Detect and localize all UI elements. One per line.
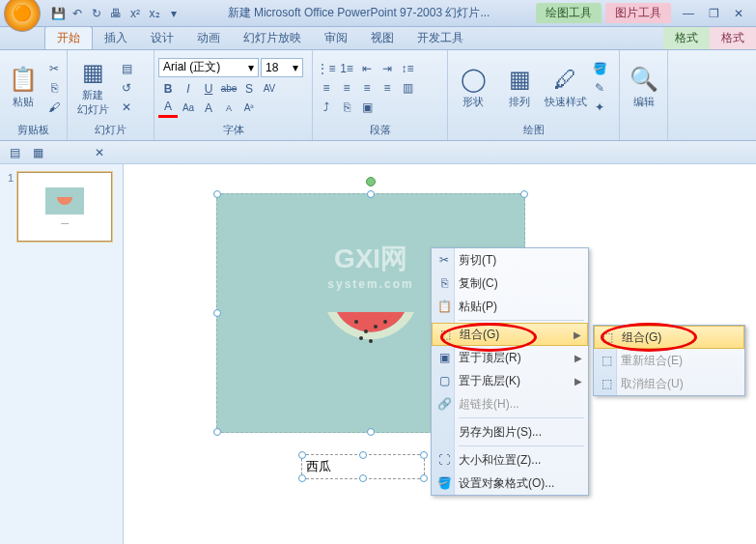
indent-dec-button[interactable]: ⇤ xyxy=(357,59,377,78)
close-icon[interactable]: ✕ xyxy=(727,6,750,21)
shadow-button[interactable]: S xyxy=(239,79,259,99)
slide-thumbnail[interactable]: — xyxy=(17,172,112,242)
slide-thumbnails-panel: 1 — xyxy=(0,164,124,544)
font-size-combo[interactable]: 18▾ xyxy=(261,58,303,77)
context-tab-picture[interactable]: 图片工具 xyxy=(605,3,671,23)
restore-icon[interactable]: ❐ xyxy=(702,6,725,21)
resize-handle[interactable] xyxy=(367,190,375,198)
shrink-font-button[interactable]: A xyxy=(219,99,238,118)
resize-handle[interactable] xyxy=(298,474,306,482)
shape-effects-icon[interactable]: ✦ xyxy=(591,99,608,116)
ctx-formatobj[interactable]: 🪣设置对象格式(O)... xyxy=(432,472,588,495)
resize-handle[interactable] xyxy=(520,190,528,198)
delete-icon[interactable]: ✕ xyxy=(118,99,135,116)
resize-handle[interactable] xyxy=(213,309,221,317)
outline-tab-icon[interactable]: ▤ xyxy=(6,144,23,161)
superscript-icon[interactable]: x² xyxy=(127,6,143,21)
ctx-saveaspic[interactable]: 另存为图片(S)... xyxy=(432,420,588,444)
shapes-button[interactable]: ◯形状 xyxy=(452,54,494,122)
ctx-group[interactable]: ⬚组合(G)▶ xyxy=(432,323,588,346)
underline-button[interactable]: U xyxy=(199,79,218,99)
minimize-icon[interactable]: — xyxy=(677,6,700,21)
align-left-button[interactable]: ≡ xyxy=(317,78,336,98)
strike-button[interactable]: abe xyxy=(219,79,238,99)
ctx-paste[interactable]: 📋粘贴(P) xyxy=(432,295,588,318)
indent-inc-button[interactable]: ⇥ xyxy=(378,59,397,78)
resize-handle[interactable] xyxy=(420,451,428,459)
link-icon: 🔗 xyxy=(435,397,453,411)
arrange-icon: ▦ xyxy=(509,66,531,93)
spacing-button[interactable]: AV xyxy=(260,79,279,99)
resize-handle[interactable] xyxy=(213,190,221,198)
line-spacing-button[interactable]: ↕≡ xyxy=(398,59,417,78)
arrange-button[interactable]: ▦排列 xyxy=(498,54,541,122)
submenu-arrow-icon: ▶ xyxy=(574,376,582,387)
shape-fill-icon[interactable]: 🪣 xyxy=(591,60,608,77)
send-back-icon: ▢ xyxy=(435,374,453,387)
resize-handle[interactable] xyxy=(359,474,367,482)
resize-handle[interactable] xyxy=(213,428,221,436)
editing-button[interactable]: 🔍编辑 xyxy=(624,54,663,122)
ctx-bringfront[interactable]: ▣置于顶层(R)▶ xyxy=(432,346,588,369)
svg-point-0 xyxy=(354,320,358,324)
align-center-button[interactable]: ≡ xyxy=(337,78,356,98)
resize-handle[interactable] xyxy=(420,474,428,482)
cut-icon[interactable]: ✂ xyxy=(45,60,63,77)
tab-insert[interactable]: 插入 xyxy=(93,27,139,49)
paste-button[interactable]: 📋粘贴 xyxy=(4,54,42,122)
columns-button[interactable]: ▥ xyxy=(398,78,417,98)
layout-icon[interactable]: ▤ xyxy=(118,60,135,77)
font-name-combo[interactable]: Arial (正文)▾ xyxy=(158,58,259,77)
slides-tab-icon[interactable]: ▦ xyxy=(29,144,46,161)
tab-developer[interactable]: 开发工具 xyxy=(406,27,475,49)
shapes-icon: ◯ xyxy=(461,66,487,93)
tab-format-picture[interactable]: 格式 xyxy=(710,27,756,49)
resize-handle[interactable] xyxy=(298,451,306,459)
tab-home[interactable]: 开始 xyxy=(44,26,93,49)
shape-outline-icon[interactable]: ✎ xyxy=(591,79,608,97)
new-slide-button[interactable]: ▦新建 幻灯片 xyxy=(71,54,114,122)
grow-font-button[interactable]: A xyxy=(199,99,218,118)
clear-format-button[interactable]: Aᵃ xyxy=(239,99,259,118)
reset-icon[interactable]: ↺ xyxy=(118,79,135,97)
tab-view[interactable]: 视图 xyxy=(359,27,406,49)
ctx-sizepos[interactable]: ⛶大小和位置(Z)... xyxy=(432,448,588,472)
save-icon[interactable]: 💾 xyxy=(50,6,66,21)
context-menu: ✂剪切(T) ⎘复制(C) 📋粘贴(P) ⬚组合(G)▶ ▣置于顶层(R)▶ ▢… xyxy=(431,247,589,496)
smartart-button[interactable]: ▣ xyxy=(357,98,377,117)
text-direction-button[interactable]: ⤴ xyxy=(317,98,336,117)
bold-button[interactable]: B xyxy=(158,79,178,99)
submenu-arrow-icon: ▶ xyxy=(574,353,582,363)
ctx-cut[interactable]: ✂剪切(T) xyxy=(432,248,588,272)
italic-button[interactable]: I xyxy=(179,79,198,99)
align-text-button[interactable]: ⎘ xyxy=(337,98,356,117)
close-pane-icon[interactable]: ✕ xyxy=(91,144,108,161)
textbox[interactable]: 西瓜 xyxy=(301,454,425,479)
ctx-sub-group[interactable]: ⬚组合(G) xyxy=(594,326,744,349)
undo-icon[interactable]: ↶ xyxy=(70,6,85,21)
ctx-copy[interactable]: ⎘复制(C) xyxy=(432,272,588,295)
align-right-button[interactable]: ≡ xyxy=(357,78,377,98)
context-tab-drawing[interactable]: 绘图工具 xyxy=(536,3,602,23)
copy-icon[interactable]: ⎘ xyxy=(45,79,63,97)
print-icon[interactable]: 🖶 xyxy=(108,6,124,21)
format-painter-icon[interactable]: 🖌 xyxy=(45,99,63,116)
resize-handle[interactable] xyxy=(367,428,375,436)
quickstyles-button[interactable]: 🖊快速样式 xyxy=(545,54,587,122)
subscript-icon[interactable]: x₂ xyxy=(147,6,162,21)
font-color-button[interactable]: A xyxy=(158,99,178,118)
resize-handle[interactable] xyxy=(359,451,367,459)
ctx-sendback[interactable]: ▢置于底层(K)▶ xyxy=(432,369,588,392)
tab-design[interactable]: 设计 xyxy=(139,27,185,49)
rotate-handle[interactable] xyxy=(366,177,376,186)
qat-dropdown-icon[interactable]: ▾ xyxy=(166,6,182,21)
tab-animation[interactable]: 动画 xyxy=(185,27,232,49)
numbering-button[interactable]: 1≡ xyxy=(337,59,356,78)
tab-format-drawing[interactable]: 格式 xyxy=(663,27,710,49)
redo-icon[interactable]: ↻ xyxy=(89,6,104,21)
bullets-button[interactable]: ⋮≡ xyxy=(317,59,336,78)
tab-slideshow[interactable]: 幻灯片放映 xyxy=(232,27,313,49)
change-case-button[interactable]: Aa xyxy=(179,99,198,118)
tab-review[interactable]: 审阅 xyxy=(313,27,359,49)
justify-button[interactable]: ≡ xyxy=(378,78,397,98)
